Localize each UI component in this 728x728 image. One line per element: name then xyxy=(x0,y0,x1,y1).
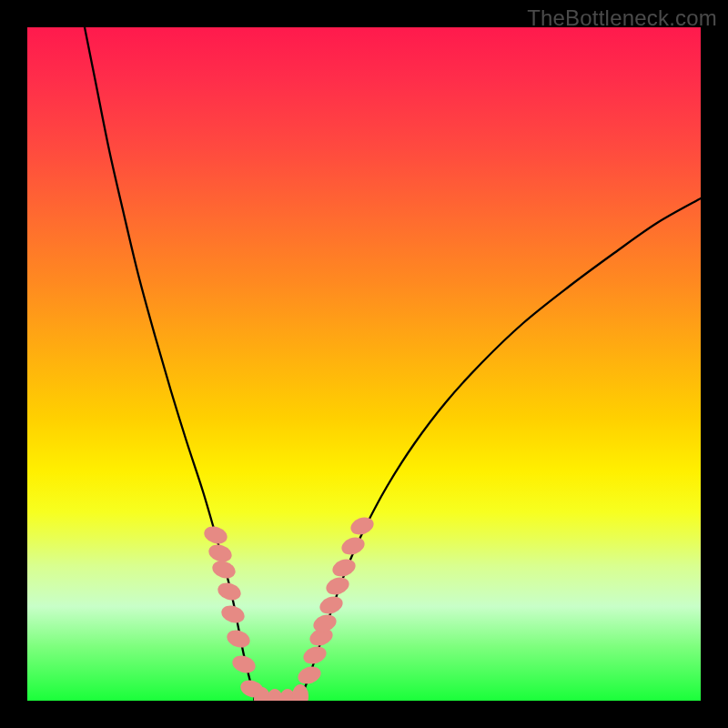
svg-point-4 xyxy=(219,602,247,625)
knot xyxy=(324,574,352,598)
chart-svg xyxy=(27,27,701,701)
svg-point-19 xyxy=(339,534,368,558)
curve-group xyxy=(85,27,701,701)
svg-point-17 xyxy=(324,574,352,598)
knot xyxy=(216,580,243,602)
svg-point-18 xyxy=(330,556,359,580)
knot xyxy=(230,652,258,675)
knot xyxy=(202,523,229,546)
plot-area xyxy=(27,27,701,701)
svg-point-20 xyxy=(349,514,377,538)
knots-group xyxy=(202,514,376,701)
svg-point-12 xyxy=(296,663,324,687)
svg-point-16 xyxy=(318,593,346,617)
knot xyxy=(339,534,368,558)
chart-frame: TheBottleneck.com xyxy=(0,0,728,728)
knot xyxy=(210,558,238,581)
knot xyxy=(301,643,329,667)
svg-point-2 xyxy=(210,558,238,581)
svg-point-0 xyxy=(202,523,229,546)
svg-point-3 xyxy=(216,580,243,602)
knot xyxy=(318,593,346,617)
knot xyxy=(330,556,359,580)
svg-point-13 xyxy=(301,643,329,667)
knot xyxy=(219,602,247,625)
bottleneck-curve xyxy=(85,27,701,701)
knot xyxy=(225,627,252,650)
knot xyxy=(349,514,377,538)
svg-point-5 xyxy=(225,627,252,650)
knot xyxy=(296,663,324,687)
svg-point-6 xyxy=(230,652,258,675)
watermark-text: TheBottleneck.com xyxy=(527,5,717,31)
